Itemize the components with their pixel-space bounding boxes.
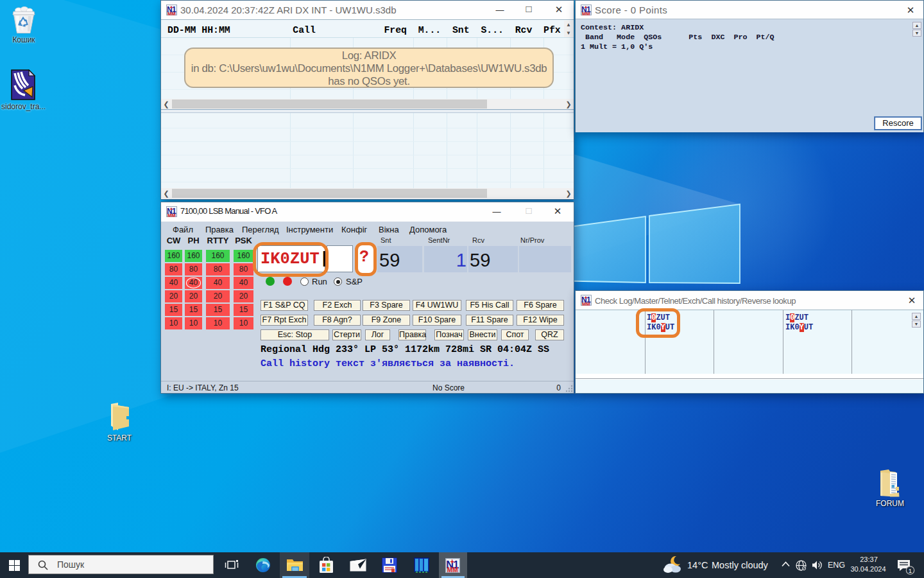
svg-text:MM: MM — [582, 11, 590, 16]
svg-text:+: + — [585, 4, 588, 10]
svg-text:MM: MM — [167, 11, 176, 16]
svg-text:+: + — [170, 4, 173, 10]
svg-text:MM: MM — [582, 301, 590, 306]
svg-text:+: + — [450, 558, 454, 565]
svg-text:1: 1 — [909, 567, 912, 574]
svg-text:MM: MM — [447, 566, 458, 573]
svg-text:MM: MM — [167, 213, 176, 218]
svg-text:+: + — [170, 206, 173, 212]
svg-text:+: + — [585, 295, 588, 301]
